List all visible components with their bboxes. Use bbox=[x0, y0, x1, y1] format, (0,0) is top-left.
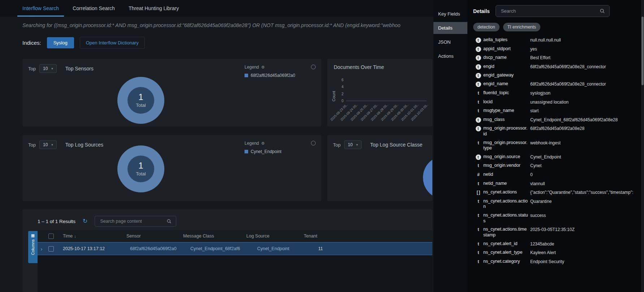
header-sensor[interactable]: Sensor bbox=[126, 234, 183, 239]
field-key: engid_name bbox=[483, 81, 530, 87]
field-key: msg_origin.processor.id bbox=[483, 126, 530, 137]
radio-circle-icon[interactable] bbox=[311, 65, 316, 69]
radio-circle-icon[interactable] bbox=[311, 141, 316, 145]
top-count-value: 10 bbox=[348, 142, 353, 147]
donut-total-label: Total bbox=[136, 171, 146, 176]
field-row-engid-gateway: tengid_gateway bbox=[473, 71, 644, 80]
results-header: 1 – 1 of 1 Results ↻ bbox=[22, 209, 432, 227]
field-type-text-icon: t bbox=[478, 241, 479, 247]
columns-tab[interactable]: ▦ Columns bbox=[28, 231, 38, 263]
legend-item[interactable]: Cynet_Endpoint bbox=[245, 149, 304, 154]
side-nav-item-key-fields[interactable]: Key Fields bbox=[433, 8, 467, 20]
field-type-text-icon: t bbox=[478, 199, 479, 204]
page-search[interactable] bbox=[95, 216, 176, 227]
top-count-select[interactable]: 10 ▾ bbox=[39, 140, 57, 149]
chevron-down-icon: ▾ bbox=[51, 143, 53, 147]
field-value: 68f2af626d45a069f2a08e28 bbox=[530, 126, 644, 132]
gear-icon[interactable]: ⚙ bbox=[261, 141, 265, 146]
field-value: null.null.null.null bbox=[530, 37, 644, 43]
tab-correlation-search[interactable]: Correlation Search bbox=[73, 0, 115, 17]
header-log-source[interactable]: Log Source bbox=[246, 234, 304, 239]
field-key: appid_stdport bbox=[483, 46, 530, 52]
field-row-ns-cynet-alert-id: tns_cynet.alert_id12345abcde bbox=[473, 240, 644, 249]
field-value: Cynet bbox=[530, 163, 644, 169]
legend-item[interactable]: 68f2af626d45a069f2a0 bbox=[245, 73, 304, 78]
field-row-netid: #netid0 bbox=[473, 170, 644, 179]
field-type-text-icon: t bbox=[478, 108, 479, 114]
header-checkbox-cell bbox=[46, 234, 63, 239]
indices-row: Indices: Syslog Open Interflow Dictionar… bbox=[22, 37, 145, 49]
scrollbar-thumb[interactable] bbox=[641, 17, 644, 85]
expand-row-icon[interactable]: › bbox=[41, 246, 43, 252]
field-value: Best Effort bbox=[530, 55, 644, 61]
indices-label: Indices: bbox=[22, 40, 41, 46]
panel-top-log-source-classes: Top 10 ▾ Top Log Source Classe bbox=[327, 135, 432, 201]
legend-header: Legend ⚙ bbox=[245, 141, 304, 146]
field-type-text-icon: t bbox=[478, 259, 479, 265]
details-fields: taella_tuplesnull.null.null.nulltappid_s… bbox=[473, 36, 644, 266]
field-type-keyword-icon: t bbox=[476, 64, 481, 70]
field-value: 68f2af626d45a069f2a08e28_connector bbox=[530, 64, 644, 70]
field-key: aella_tuples bbox=[483, 37, 530, 43]
field-value: 2025-03-05T12:35:10Z bbox=[530, 227, 644, 233]
top-count-select[interactable]: 10 ▾ bbox=[344, 140, 362, 149]
top-count-select[interactable]: 10 ▾ bbox=[39, 64, 57, 73]
open-interflow-dictionary-button[interactable]: Open Interflow Dictionary bbox=[80, 37, 145, 49]
header-time[interactable]: Time ↓ bbox=[63, 234, 126, 239]
field-value: unassigned location bbox=[530, 99, 644, 105]
panel-header: Documents Over Time bbox=[327, 59, 432, 70]
row-checkbox-cell bbox=[46, 246, 63, 252]
field-row-msgtype-name: tmsgtype_namestart bbox=[473, 106, 644, 116]
field-row-fluentd-topic: tfluentd_topicsyslogjson bbox=[473, 89, 644, 98]
documents-over-time-chart: 6420 2025-09-23 05..2025-09-24 05..2025-… bbox=[346, 80, 427, 101]
header-tenant[interactable]: Tenant bbox=[304, 234, 432, 239]
field-key: fluentd_topic bbox=[483, 90, 530, 96]
donut-total-label: Total bbox=[136, 103, 146, 108]
field-type-keyword-icon: t bbox=[476, 117, 481, 123]
doc-time-xticks: 2025-09-23 05..2025-09-24 05..2025-09-25… bbox=[346, 101, 427, 118]
tab-interflow-search[interactable]: Interflow Search bbox=[22, 0, 59, 17]
details-search[interactable] bbox=[496, 5, 610, 17]
field-value: yes bbox=[530, 46, 644, 52]
result-row[interactable]: › 2025-10-17 13:17:12 68f2af626d45a069f2… bbox=[38, 242, 432, 255]
field-key: engid_gateway bbox=[483, 73, 530, 78]
details-search-input[interactable] bbox=[500, 8, 587, 14]
tab-threat-hunting-library[interactable]: Threat Hunting Library bbox=[129, 0, 179, 17]
badge-detection[interactable]: detection bbox=[473, 23, 500, 31]
log-source-classes-donut-chart[interactable] bbox=[423, 156, 432, 199]
details-badges: detectionTI enrichments bbox=[473, 23, 644, 31]
syslog-index-button[interactable]: Syslog bbox=[47, 37, 74, 48]
top-sensors-donut-chart[interactable]: 1 Total bbox=[117, 77, 164, 124]
field-value: 0 bbox=[530, 172, 644, 178]
gear-icon[interactable]: ⚙ bbox=[261, 65, 265, 70]
field-key: engid bbox=[483, 64, 530, 70]
refresh-icon[interactable]: ↻ bbox=[83, 218, 87, 224]
panel-title: Documents Over Time bbox=[334, 64, 384, 70]
field-key: ns_cynet.actions.action bbox=[483, 199, 530, 210]
field-type-text-icon: t bbox=[478, 250, 479, 256]
badge-ti-enrichments[interactable]: TI enrichments bbox=[503, 23, 540, 31]
field-type-keyword-icon: t bbox=[476, 73, 481, 78]
field-type-text-icon: t bbox=[478, 213, 479, 218]
vertical-scrollbar[interactable] bbox=[641, 0, 644, 292]
side-nav-item-json[interactable]: JSON bbox=[433, 36, 467, 48]
select-all-checkbox[interactable] bbox=[48, 234, 54, 239]
field-row-aella-tuples: taella_tuplesnull.null.null.null bbox=[473, 36, 644, 45]
x-tick-label: 2025-09-23 05.. bbox=[330, 103, 349, 122]
y-tick-label: 6 bbox=[341, 78, 343, 82]
field-key: ns_cynet.alert_type bbox=[483, 250, 530, 256]
side-nav-item-actions[interactable]: Actions bbox=[433, 50, 467, 62]
field-type-keyword-icon: t bbox=[476, 154, 481, 160]
field-value: 68f2af626d45a069f2a08e28_connector bbox=[530, 81, 644, 87]
side-nav-item-details[interactable]: Details bbox=[433, 22, 467, 34]
field-key: netid bbox=[483, 172, 530, 178]
y-tick-label: 2 bbox=[341, 92, 343, 96]
field-type-keyword-icon: t bbox=[476, 47, 481, 52]
row-checkbox[interactable] bbox=[48, 246, 54, 252]
field-row-ns-cynet-alert-type: tns_cynet.alert_typeKayleen Alert bbox=[473, 248, 644, 257]
field-type-keyword-icon: t bbox=[476, 82, 481, 87]
legend: Legend ⚙ Cynet_Endpoint bbox=[245, 141, 304, 154]
top-log-sources-donut-chart[interactable]: 1 Total bbox=[117, 145, 164, 192]
page-search-input[interactable] bbox=[99, 218, 155, 224]
header-message-class[interactable]: Message Class bbox=[183, 234, 246, 239]
